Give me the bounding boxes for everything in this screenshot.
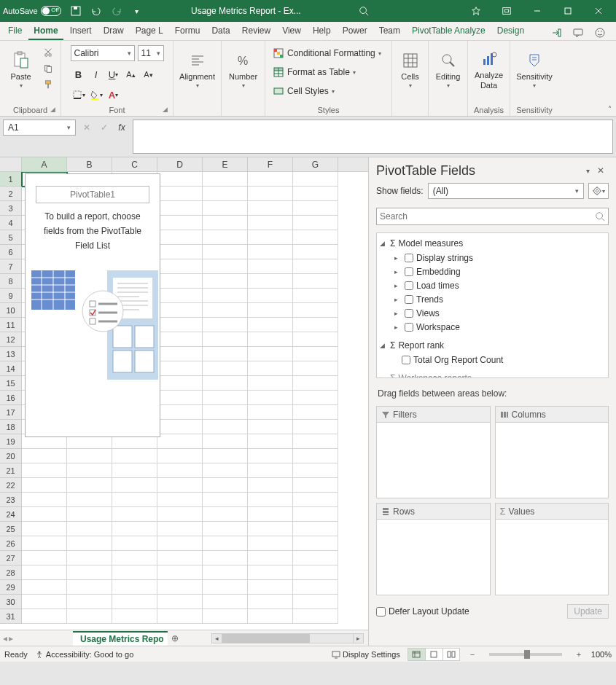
cell[interactable]	[248, 478, 293, 493]
cell[interactable]	[203, 595, 248, 609]
cell[interactable]	[157, 522, 203, 536]
cell[interactable]	[157, 361, 203, 376]
sheet-nav-next-icon[interactable]: ▸	[9, 633, 13, 643]
tab-home[interactable]: Home	[28, 23, 63, 40]
cell[interactable]	[203, 434, 248, 449]
save-icon[interactable]	[67, 2, 85, 20]
cell[interactable]	[293, 187, 338, 201]
font-size-select[interactable]: 11▾	[138, 45, 164, 61]
cell[interactable]	[203, 536, 248, 551]
cell[interactable]	[157, 303, 203, 318]
cell[interactable]	[248, 609, 293, 624]
number-button[interactable]: % Number ▾	[227, 45, 260, 93]
cell[interactable]	[22, 609, 67, 624]
tab-file[interactable]: File	[3, 23, 27, 40]
cell[interactable]	[67, 565, 112, 580]
collapse-ribbon-icon[interactable]: ˄	[608, 105, 612, 113]
row-header[interactable]: 27	[0, 551, 22, 565]
formula-input[interactable]	[133, 120, 613, 154]
row-header[interactable]: 18	[0, 420, 22, 434]
cell[interactable]	[293, 245, 338, 259]
cell[interactable]	[203, 318, 248, 332]
cell[interactable]	[22, 522, 67, 536]
editing-button[interactable]: Editing ▾	[432, 45, 464, 93]
row-header[interactable]: 2	[0, 187, 22, 201]
cell[interactable]	[203, 609, 248, 624]
cell[interactable]	[203, 405, 248, 420]
cell[interactable]	[157, 201, 203, 216]
cell[interactable]	[22, 565, 67, 580]
cell[interactable]	[293, 449, 338, 463]
cancel-formula-icon[interactable]: ✕	[79, 120, 95, 136]
font-color-icon[interactable]: A▾	[106, 87, 122, 102]
cell[interactable]	[293, 493, 338, 507]
field-trends[interactable]: ▸Trends	[378, 292, 607, 306]
italic-button[interactable]: I	[88, 67, 104, 82]
display-settings[interactable]: Display Settings	[332, 650, 400, 659]
redo-icon[interactable]	[108, 2, 125, 20]
field-display-strings[interactable]: ▸Display strings	[378, 251, 607, 265]
scroll-right-icon[interactable]: ▸	[353, 634, 363, 643]
tab-team[interactable]: Team	[374, 23, 405, 40]
row-header[interactable]: 1	[0, 172, 22, 187]
cell[interactable]	[248, 536, 293, 551]
pane-close-icon[interactable]: ✕	[597, 165, 609, 177]
col-header-b[interactable]: B	[67, 157, 112, 171]
cell[interactable]	[157, 405, 203, 420]
cell[interactable]	[248, 565, 293, 580]
cell[interactable]	[248, 434, 293, 449]
select-all-corner[interactable]	[0, 157, 22, 171]
row-header[interactable]: 20	[0, 449, 22, 463]
cell[interactable]	[203, 463, 248, 478]
cell[interactable]	[203, 449, 248, 463]
cell[interactable]	[67, 522, 112, 536]
cell[interactable]	[203, 201, 248, 216]
cell[interactable]	[248, 449, 293, 463]
cell[interactable]	[293, 303, 338, 318]
cell[interactable]	[248, 216, 293, 230]
cell[interactable]	[67, 493, 112, 507]
cell[interactable]	[22, 595, 67, 609]
area-values[interactable]: ΣValues	[495, 503, 609, 595]
field-group-workspace-reports[interactable]: ▸ΣWorkspace reports	[378, 371, 607, 378]
cell-styles-button[interactable]: Cell Styles▾	[270, 83, 338, 99]
undo-icon[interactable]	[87, 2, 105, 20]
cells-button[interactable]: Cells ▾	[394, 45, 426, 93]
cell[interactable]	[248, 420, 293, 434]
cell[interactable]	[22, 478, 67, 493]
cell[interactable]	[157, 391, 203, 405]
cell[interactable]	[157, 420, 203, 434]
cell[interactable]	[293, 332, 338, 347]
row-header[interactable]: 25	[0, 522, 22, 536]
cell[interactable]	[248, 172, 293, 187]
col-header-g[interactable]: G	[293, 157, 338, 171]
cell[interactable]	[248, 463, 293, 478]
cell[interactable]	[248, 376, 293, 391]
cell[interactable]	[203, 245, 248, 259]
cell[interactable]	[203, 303, 248, 318]
area-columns[interactable]: Columns	[495, 406, 609, 498]
cell[interactable]	[157, 187, 203, 201]
cell[interactable]	[293, 230, 338, 245]
cell[interactable]	[248, 551, 293, 565]
cell[interactable]	[248, 201, 293, 216]
insert-function-icon[interactable]: fx	[114, 120, 130, 136]
name-box[interactable]: A1▾	[3, 120, 76, 136]
cell[interactable]	[293, 259, 338, 274]
row-header[interactable]: 21	[0, 463, 22, 478]
cell[interactable]	[293, 376, 338, 391]
cell[interactable]	[293, 405, 338, 420]
scroll-thumb[interactable]	[222, 634, 310, 643]
cell[interactable]	[203, 551, 248, 565]
cell[interactable]	[293, 172, 338, 187]
cell[interactable]	[293, 361, 338, 376]
cell[interactable]	[67, 580, 112, 595]
cell[interactable]	[157, 463, 203, 478]
cell[interactable]	[112, 507, 157, 522]
cell[interactable]	[157, 259, 203, 274]
paste-button[interactable]: Paste ▾	[5, 45, 37, 93]
tab-view[interactable]: View	[277, 23, 306, 40]
cell[interactable]	[157, 580, 203, 595]
row-header[interactable]: 3	[0, 201, 22, 216]
tab-help[interactable]: Help	[308, 23, 336, 40]
